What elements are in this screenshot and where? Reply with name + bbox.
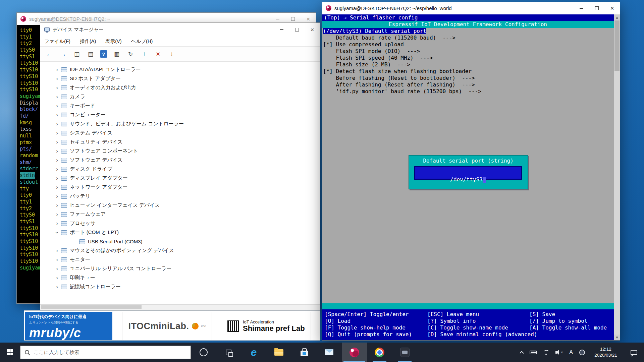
show-tree-button[interactable]: ◫ (72, 50, 81, 58)
tree-item-security[interactable]: ›セキュリティ デバイス (40, 137, 320, 146)
tree-item-computer[interactable]: ›コンピューター (40, 110, 320, 119)
taskbar-app-window-button[interactable] (392, 343, 417, 362)
menuconfig-item[interactable]: Before flashing (Reset to bootloader) --… (322, 75, 620, 81)
serial-port-input[interactable]: /dev/ttyS3 (414, 166, 522, 180)
maximize-button[interactable] (589, 2, 604, 14)
vertical-scrollbar[interactable]: ▲ ▼ (614, 14, 620, 340)
taskbar-mail-button[interactable] (317, 343, 342, 362)
chevron-right-icon[interactable]: › (54, 112, 60, 118)
tree-item-monitors[interactable]: ›モニター (40, 255, 320, 264)
chevron-right-icon[interactable]: › (54, 275, 60, 281)
menu-help[interactable]: ヘルプ(H) (131, 38, 153, 45)
menuconfig-item[interactable]: After flashing (Reset after flashing) --… (322, 81, 620, 88)
minimize-button[interactable] (574, 2, 589, 14)
menuconfig-item[interactable]: 'idf.py monitor' baud rate (115200 bps) … (322, 88, 620, 95)
tree-item-system[interactable]: ›システム デバイス (40, 128, 320, 137)
chevron-right-icon[interactable]: › (54, 139, 60, 145)
mrubyc-banner[interactable]: IoT時代のデバイス向けに最適 よりコンパクトな開発を可能にする mruby/c (25, 312, 112, 341)
tree-item-print-queues[interactable]: ›印刷キュー (40, 273, 320, 282)
menu-file[interactable]: ファイル(F) (44, 38, 70, 45)
itoc-banner[interactable]: ITOCminiLab. itoc (122, 312, 212, 341)
chevron-down-icon[interactable]: › (54, 229, 60, 236)
device-manager-titlebar[interactable]: デバイス マネージャー × (40, 23, 320, 36)
tree-item-software-components[interactable]: ›ソフトウェア コンポーネント (40, 146, 320, 156)
search-input[interactable]: ここに入力して検索 (20, 346, 191, 359)
tree-item-hid[interactable]: ›ヒューマン インターフェイス デバイス (40, 201, 320, 210)
tray-battery-button[interactable] (530, 343, 537, 362)
chevron-right-icon[interactable]: › (54, 256, 60, 263)
chevron-right-icon[interactable]: › (54, 175, 60, 182)
chevron-right-icon[interactable]: › (54, 94, 60, 100)
tree-item-storage-controllers[interactable]: ›記憶域コントローラー (40, 282, 320, 291)
menuconfig-item[interactable]: Flash SPI mode (DIO) ---> (322, 48, 620, 55)
chevron-right-icon[interactable]: › (54, 184, 60, 191)
menuconfig-item[interactable]: Default baud rate (115200 baud) ---> (322, 35, 620, 41)
taskbar-task-view-button[interactable] (216, 343, 241, 362)
minimize-button[interactable] (274, 23, 289, 36)
chevron-right-icon[interactable]: › (54, 66, 60, 73)
tray-ime-a-button[interactable]: A (569, 343, 573, 362)
chevron-right-icon[interactable]: › (54, 211, 60, 218)
taskbar-wsltty-button[interactable] (342, 343, 367, 362)
tree-item-network-adapters[interactable]: ›ネットワーク アダプター (40, 183, 320, 192)
update-driver-button[interactable]: ↑ (140, 50, 149, 58)
tree-item-camera[interactable]: ›カメラ (40, 92, 320, 101)
menu-view[interactable]: 表示(V) (105, 38, 121, 45)
chevron-right-icon[interactable]: › (54, 284, 60, 290)
shimane-banner[interactable]: IoT Acceleration Shimane pref Lab (222, 312, 311, 341)
tray-network-button[interactable] (543, 343, 549, 362)
disable-button[interactable]: ↓ (167, 50, 176, 58)
taskbar-chrome-button[interactable] (367, 343, 392, 362)
tree-item-firmware[interactable]: ›ファームウェア (40, 210, 320, 219)
chevron-right-icon[interactable]: › (54, 157, 60, 164)
tray-volume-muted-button[interactable]: × (555, 343, 563, 362)
clock[interactable]: 12:12 2020/03/21 (591, 346, 620, 358)
chevron-right-icon[interactable]: › (54, 148, 60, 155)
chevron-right-icon[interactable]: › (54, 121, 60, 127)
menuconfig-titlebar[interactable]: sugiyama@DESKTOP-EN6H7Q2: ~/esp/hello_wo… (322, 2, 620, 14)
menuconfig-item[interactable]: [*] Detect flash size when flashing boot… (322, 68, 620, 75)
chevron-right-icon[interactable]: › (54, 84, 60, 91)
chevron-right-icon[interactable]: › (54, 265, 60, 272)
chevron-right-icon[interactable]: › (54, 75, 60, 82)
properties-button[interactable]: ▤ (86, 50, 95, 58)
menuconfig-item[interactable]: Flash size (2 MB) ---> (322, 61, 620, 68)
menuconfig-item[interactable]: [*] Use compressed upload (322, 41, 620, 48)
scrollbar-thumb[interactable] (614, 20, 620, 71)
taskbar-cortana-button[interactable] (191, 343, 216, 362)
tree-item-software-devices[interactable]: ›ソフトウェア デバイス (40, 156, 320, 165)
tray-status-circle-button[interactable] (579, 343, 585, 362)
forward-button[interactable]: → (59, 50, 67, 58)
tree-item-battery[interactable]: ›バッテリ (40, 192, 320, 201)
close-button[interactable]: × (604, 2, 620, 14)
uninstall-button[interactable]: × (154, 50, 162, 58)
action-center-button[interactable] (627, 343, 641, 362)
chevron-right-icon[interactable]: › (54, 130, 60, 136)
chevron-right-icon[interactable]: › (54, 103, 60, 109)
scan-hardware-button[interactable]: ↻ (126, 50, 135, 58)
tree-item-ports[interactable]: ›ポート (COM と LPT) (40, 228, 320, 237)
taskbar-file-explorer-button[interactable] (266, 343, 291, 362)
chevron-right-icon[interactable]: › (54, 247, 60, 254)
export-button[interactable]: ▦ (112, 50, 121, 58)
tree-item-disk-drives[interactable]: ›ディスク ドライブ (40, 165, 320, 174)
chevron-right-icon[interactable]: › (54, 202, 60, 209)
start-button[interactable] (0, 343, 20, 362)
tree-item-audio[interactable]: ›オーディオの入力および出力 (40, 83, 320, 92)
maximize-button[interactable] (289, 23, 305, 36)
scroll-up-icon[interactable]: ▲ (614, 14, 620, 20)
help-button[interactable]: ? (100, 50, 107, 58)
tree-item-display-adapters[interactable]: ›ディスプレイ アダプター (40, 174, 320, 183)
back-button[interactable]: ← (45, 50, 54, 58)
chevron-right-icon[interactable]: › (54, 166, 60, 173)
scroll-down-icon[interactable]: ▼ (614, 335, 620, 340)
menuconfig-item[interactable]: (/dev/ttyS3) Default serial port (322, 28, 620, 35)
menu-action[interactable]: 操作(A) (80, 38, 96, 45)
tree-item-usb-serial-port-com3[interactable]: USB Serial Port (COM3) (40, 237, 320, 246)
tree-item-sd-host[interactable]: ›SD ホスト アダプター (40, 74, 320, 83)
chevron-right-icon[interactable]: › (54, 193, 60, 200)
close-button[interactable]: × (305, 23, 320, 36)
tree-item-ata[interactable]: ›IDE ATA/ATAPI コントローラー (40, 65, 320, 74)
scrollbar-thumb[interactable] (41, 305, 142, 309)
taskbar-edge-button[interactable]: e (241, 343, 266, 362)
